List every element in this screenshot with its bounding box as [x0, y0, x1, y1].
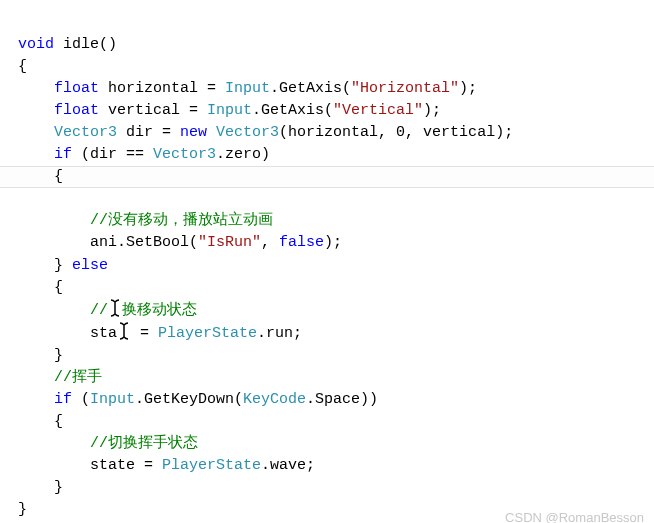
keyword-else: else [72, 257, 108, 274]
comment: //没有移动，播放站立动画 [18, 212, 273, 229]
code-text: .wave; [261, 457, 315, 474]
code-text: .GetKeyDown( [135, 391, 243, 408]
code-text: vertical = [99, 102, 207, 119]
enum-playerstate: PlayerState [158, 325, 257, 342]
string-literal: "Horizontal" [351, 80, 459, 97]
code-block: void idle() { float horizontal = Input.G… [18, 12, 654, 521]
keyword-false: false [279, 234, 324, 251]
type-vector3: Vector3 [18, 124, 117, 141]
comment: //挥手 [18, 369, 102, 386]
watermark: CSDN @RomanBesson [505, 508, 644, 523]
code-line: } [18, 479, 63, 496]
code-text: horizontal = [99, 80, 225, 97]
code-text: .Space)) [306, 391, 378, 408]
keyword-void: void [18, 36, 54, 53]
code-line-highlighted: { [0, 166, 654, 188]
code-text: (horizontal, 0, vertical); [279, 124, 513, 141]
code-text: ( [72, 391, 90, 408]
comment: //切换挥手状态 [18, 435, 198, 452]
string-literal: "IsRun" [198, 234, 261, 251]
code-text: ani.SetBool( [18, 234, 198, 251]
code-text: ); [423, 102, 441, 119]
code-line: float vertical = Input.GetAxis("Vertical… [18, 102, 441, 119]
code-line: } else [18, 257, 108, 274]
code-text: .zero) [216, 146, 270, 163]
type-input: Input [207, 102, 252, 119]
code-text: .run; [257, 325, 302, 342]
code-text: } [18, 257, 72, 274]
code-line: if (Input.GetKeyDown(KeyCode.Space)) [18, 391, 378, 408]
comment-prefix: // [18, 302, 108, 319]
enum-playerstate: PlayerState [162, 457, 261, 474]
code-line: //换移动状态 [18, 302, 197, 319]
text-cursor-icon [117, 322, 131, 340]
keyword-if: if [18, 391, 72, 408]
code-text: = [131, 325, 158, 342]
string-literal: "Vertical" [333, 102, 423, 119]
keyword-float: float [18, 102, 99, 119]
code-text: (dir == [72, 146, 153, 163]
type-input: Input [90, 391, 135, 408]
code-line: //挥手 [18, 369, 102, 386]
code-text: ); [324, 234, 342, 251]
code-line: float horizontal = Input.GetAxis("Horizo… [18, 80, 477, 97]
code-text: dir = [117, 124, 180, 141]
code-line: sta = PlayerState.run; [18, 325, 302, 342]
code-text: .GetAxis( [270, 80, 351, 97]
code-text [207, 124, 216, 141]
code-line: { [18, 413, 63, 430]
code-line: } [18, 347, 63, 364]
code-text: , [261, 234, 279, 251]
type-input: Input [225, 80, 270, 97]
code-line: state = PlayerState.wave; [18, 457, 315, 474]
code-line: //切换挥手状态 [18, 435, 198, 452]
code-line: { [18, 58, 27, 75]
type-vector3: Vector3 [153, 146, 216, 163]
code-line: { [18, 279, 63, 296]
code-text: .GetAxis( [252, 102, 333, 119]
enum-keycode: KeyCode [243, 391, 306, 408]
code-text: state = [18, 457, 162, 474]
text-cursor-icon [108, 299, 122, 317]
type-vector3: Vector3 [216, 124, 279, 141]
code-line: Vector3 dir = new Vector3(horizontal, 0,… [18, 124, 513, 141]
code-line: if (dir == Vector3.zero) [18, 146, 270, 163]
keyword-if: if [18, 146, 72, 163]
code-text: sta [18, 325, 117, 342]
code-line: } [18, 501, 27, 518]
method-name: idle() [54, 36, 117, 53]
keyword-float: float [18, 80, 99, 97]
code-line: //没有移动，播放站立动画 [18, 212, 273, 229]
code-text: ); [459, 80, 477, 97]
comment: //换移动状态 [18, 302, 197, 319]
comment-suffix: 换移动状态 [122, 302, 197, 319]
keyword-new: new [180, 124, 207, 141]
code-line: void idle() [18, 36, 117, 53]
code-line: ani.SetBool("IsRun", false); [18, 234, 342, 251]
